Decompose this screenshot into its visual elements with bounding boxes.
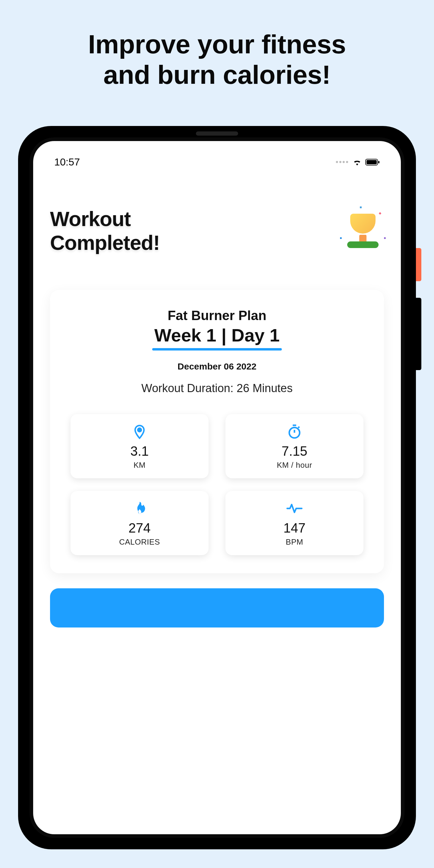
stat-calories-value: 274: [76, 521, 203, 535]
phone-volume-button: [416, 298, 421, 370]
workout-date: December 06 2022: [64, 361, 370, 372]
stat-distance-label: KM: [76, 461, 203, 470]
phone-mockup: 10:57 •••• Workout: [18, 126, 416, 849]
stat-calories[interactable]: 274 CALORIES: [70, 491, 209, 555]
trophy-icon: [342, 209, 384, 248]
primary-cta-button[interactable]: [50, 588, 384, 627]
phone-power-button: [416, 248, 421, 281]
wifi-icon: [352, 156, 362, 168]
flame-icon: [76, 500, 203, 517]
stat-distance[interactable]: 3.1 KM: [70, 414, 209, 478]
promo-headline-line2: and burn calories!: [103, 60, 331, 90]
phone-speaker: [196, 131, 238, 135]
stat-bpm[interactable]: 147 BPM: [225, 491, 364, 555]
workout-summary-card: Fat Burner Plan Week 1 | Day 1 December …: [50, 290, 384, 573]
phone-frame: 10:57 •••• Workout: [18, 126, 416, 849]
promo-headline-line1: Improve your fitness: [88, 29, 346, 59]
svg-point-4: [289, 427, 300, 438]
stopwatch-icon: [231, 423, 358, 440]
pin-icon: [76, 423, 203, 440]
stat-speed-value: 7.15: [231, 444, 358, 459]
workout-duration: Workout Duration: 26 Minutes: [64, 382, 370, 395]
page-title-line2: Completed!: [50, 231, 160, 254]
stat-bpm-value: 147: [231, 521, 358, 535]
plan-name: Fat Burner Plan: [64, 308, 370, 323]
status-time: 10:57: [54, 156, 80, 168]
week-day: Week 1 | Day 1: [64, 325, 370, 346]
svg-rect-1: [367, 160, 377, 164]
stat-bpm-label: BPM: [231, 537, 358, 547]
phone-screen: 10:57 •••• Workout: [33, 141, 401, 834]
svg-point-3: [138, 428, 141, 432]
svg-rect-2: [378, 161, 379, 163]
stat-speed[interactable]: 7.15 KM / hour: [225, 414, 364, 478]
stats-grid: 3.1 KM 7.15 KM / hour: [64, 414, 370, 555]
page-title-line1: Workout: [50, 207, 131, 230]
underline: [152, 348, 282, 350]
stat-speed-label: KM / hour: [231, 461, 358, 470]
stat-distance-value: 3.1: [76, 444, 203, 459]
stat-calories-label: CALORIES: [76, 537, 203, 547]
promo-headline: Improve your fitness and burn calories!: [0, 0, 434, 90]
page-title: Workout Completed!: [50, 207, 160, 254]
cellular-icon: ••••: [336, 157, 349, 167]
status-bar: 10:57 ••••: [33, 141, 401, 171]
battery-icon: [365, 156, 380, 168]
pulse-icon: [231, 500, 358, 517]
